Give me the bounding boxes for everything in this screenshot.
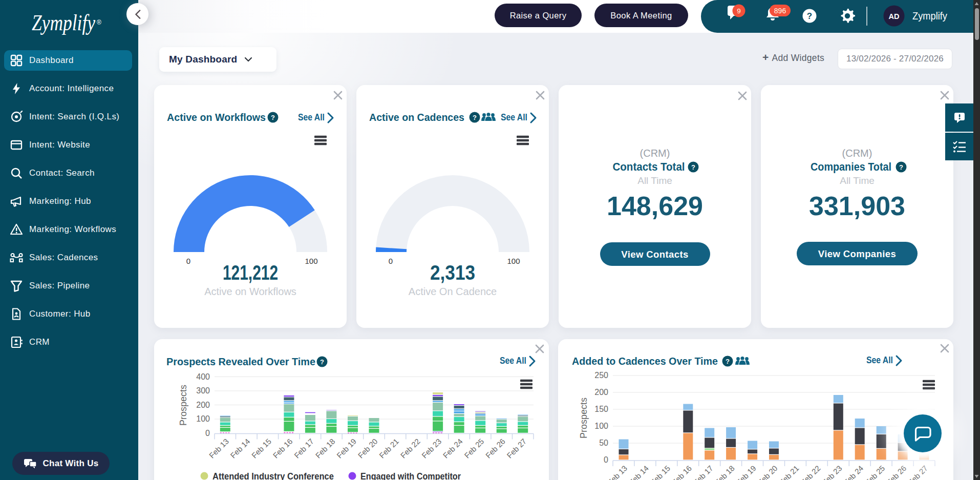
svg-text:Feb 14: Feb 14 (627, 464, 650, 480)
svg-text:100: 100 (196, 414, 210, 423)
svg-text:331,903: 331,903 (809, 191, 905, 221)
svg-text:100: 100 (594, 422, 608, 430)
svg-text:0: 0 (205, 429, 210, 437)
svg-text:Feb 21: Feb 21 (777, 464, 800, 480)
svg-text:121,212: 121,212 (223, 261, 278, 284)
svg-text:2,313: 2,313 (430, 261, 475, 284)
svg-text:Active on Workflows: Active on Workflows (167, 111, 266, 123)
svg-text:Companies Total: Companies Total (811, 161, 891, 173)
svg-text:See All: See All (500, 356, 526, 366)
svg-text:Feb 16: Feb 16 (670, 464, 693, 480)
svg-text:0: 0 (186, 257, 190, 265)
svg-text:50: 50 (599, 439, 608, 447)
svg-text:?: ? (726, 358, 730, 365)
svg-text:Feb 23: Feb 23 (420, 437, 443, 460)
svg-text:Feb 18: Feb 18 (313, 437, 336, 460)
svg-text:Prospects: Prospects (579, 398, 589, 439)
svg-text:?: ? (271, 114, 275, 121)
svg-text:Feb 18: Feb 18 (713, 464, 736, 480)
svg-text:®: ® (97, 19, 101, 26)
svg-text:Feb 24: Feb 24 (441, 437, 464, 460)
svg-text:?: ? (473, 114, 477, 121)
svg-text:Feb 26: Feb 26 (885, 464, 908, 480)
svg-text:0: 0 (604, 455, 608, 464)
svg-text:Feb 19: Feb 19 (735, 464, 758, 480)
svg-text:200: 200 (594, 388, 608, 396)
svg-text:Feb 20: Feb 20 (756, 464, 779, 480)
svg-text:(CRM): (CRM) (842, 148, 872, 159)
svg-text:Contacts Total: Contacts Total (613, 161, 685, 173)
svg-text:148,629: 148,629 (607, 191, 703, 221)
svg-text:200: 200 (196, 401, 210, 409)
svg-text:Prospects Revealed Over Time: Prospects Revealed Over Time (166, 356, 315, 367)
svg-text:See All: See All (298, 112, 325, 122)
svg-text:?: ? (899, 163, 903, 171)
svg-text:Feb 23: Feb 23 (820, 464, 843, 480)
svg-text:150: 150 (594, 405, 608, 413)
svg-text:Active on Cadences: Active on Cadences (369, 111, 464, 123)
svg-text:300: 300 (196, 386, 210, 395)
svg-text:Zymplify: Zymplify (32, 10, 95, 35)
svg-text:Feb 13: Feb 13 (606, 464, 629, 480)
svg-text:All Time: All Time (840, 175, 875, 186)
svg-text:Feb 17: Feb 17 (692, 464, 715, 480)
svg-text:250: 250 (594, 371, 608, 380)
svg-text:Feb 25: Feb 25 (462, 437, 485, 460)
svg-text:Feb 22: Feb 22 (399, 437, 422, 460)
svg-text:View Contacts: View Contacts (621, 249, 688, 260)
svg-text:Feb 21: Feb 21 (377, 437, 400, 460)
svg-text:Feb 27: Feb 27 (906, 464, 929, 480)
svg-text:Attended Industry Conference: Attended Industry Conference (212, 471, 334, 480)
svg-text:?: ? (691, 163, 695, 171)
svg-text:Feb 15: Feb 15 (250, 437, 273, 460)
svg-text:100: 100 (507, 257, 520, 265)
svg-text:View Companies: View Companies (818, 248, 896, 259)
svg-text:Feb 25: Feb 25 (863, 464, 886, 480)
svg-text:Prospects: Prospects (178, 385, 188, 426)
svg-text:100: 100 (305, 257, 317, 265)
svg-text:See All: See All (501, 112, 527, 122)
svg-text:Active on Workflows: Active on Workflows (204, 286, 296, 297)
svg-text:400: 400 (196, 372, 210, 381)
svg-text:Feb 27: Feb 27 (505, 437, 528, 460)
svg-text:Feb 26: Feb 26 (484, 437, 507, 460)
svg-text:Active On Cadence: Active On Cadence (409, 286, 497, 297)
svg-text:Feb 15: Feb 15 (649, 464, 672, 480)
svg-text:Feb 17: Feb 17 (292, 437, 315, 460)
svg-text:Feb 16: Feb 16 (271, 437, 294, 460)
svg-text:Feb 22: Feb 22 (799, 464, 822, 480)
svg-text:See All: See All (866, 355, 893, 365)
svg-text:0: 0 (389, 257, 393, 265)
svg-text:Feb 13: Feb 13 (207, 437, 230, 460)
svg-text:Feb 14: Feb 14 (228, 437, 251, 460)
svg-text:Feb 19: Feb 19 (335, 437, 358, 460)
svg-text:Feb 20: Feb 20 (356, 437, 379, 460)
svg-text:(CRM): (CRM) (640, 148, 670, 159)
svg-text:All Time: All Time (637, 175, 672, 186)
svg-text:Engaged with Competitor: Engaged with Competitor (360, 471, 461, 480)
svg-text:?: ? (320, 358, 324, 366)
svg-text:Added to Cadences Over Time: Added to Cadences Over Time (572, 355, 718, 367)
svg-text:Feb 24: Feb 24 (842, 464, 865, 480)
